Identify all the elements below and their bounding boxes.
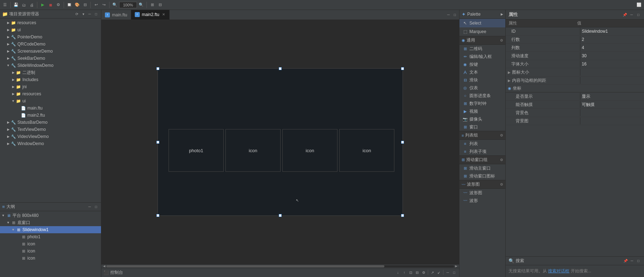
outline-item-slidewindow1[interactable]: ▼ ⊞ Slidewindow1 (0, 226, 101, 233)
tab-mainftu[interactable]: f main.ftu (101, 10, 131, 20)
palette-item-editbox[interactable]: ✏ 编辑/输入框 (459, 53, 505, 60)
console-paste-btn[interactable]: ⊟ (414, 270, 420, 276)
palette-item-button[interactable]: ◉ 按键 (459, 60, 505, 68)
palette-item-listchild[interactable]: ≡ 列表子项 (459, 148, 505, 155)
prop-value-visible[interactable]: 显示 (580, 93, 644, 100)
console-copy-btn[interactable]: ⊡ (408, 270, 414, 276)
tree-item-screensaverdemo[interactable]: ▶ 🔧 ScreensaverDemo (0, 48, 101, 55)
prop-maximize-btn[interactable]: □ (635, 12, 641, 17)
tree-item-jni[interactable]: ▶ 📁 jni (0, 83, 101, 90)
tree-item-ui2[interactable]: ▼ 📁 ui (0, 97, 101, 105)
palette-section-slidewindow[interactable]: ⊞ 滑动窗口组 ⚙ (459, 155, 505, 164)
toolbar-save[interactable]: 💾 (12, 1, 20, 9)
toolbar-maximize[interactable]: ⬜ (635, 1, 643, 9)
palette-item-text[interactable]: A 文本 (459, 68, 505, 76)
outline-item-icon2[interactable]: ⊞ icon (0, 247, 101, 255)
search-pin-btn[interactable]: 📌 (623, 258, 628, 264)
handle-tl[interactable] (156, 67, 159, 70)
prop-row-bg-color[interactable]: 背景色 (506, 109, 644, 117)
toolbar-save-all[interactable]: 🗂 (20, 1, 27, 9)
tree-item-textviewdemo[interactable]: ▶ 🔧 TextViewDemo (0, 126, 101, 133)
toolbar-debug[interactable]: ⚙ (55, 1, 62, 9)
prop-row-font-size[interactable]: 字体大小 16 (506, 60, 644, 68)
tree-item-binary[interactable]: ▶ 📁 二进制 (0, 69, 101, 76)
console-import-btn[interactable]: ↙ (436, 270, 442, 276)
tree-item-seekbardemo[interactable]: ▶ 🔧 SeekBarDemo (0, 55, 101, 62)
toolbar-print[interactable]: 🖨 (28, 1, 35, 9)
tree-item-mainftu[interactable]: 📄 main.ftu (0, 105, 101, 112)
palette-expand-arrow[interactable]: ▶ (501, 12, 503, 16)
canvas-area[interactable]: photo1 icon icon icon ↖ (101, 20, 459, 264)
palette-item-2dcode[interactable]: ⊞ 二维码 (459, 45, 505, 53)
outline-item-icon1[interactable]: ⊞ icon (0, 240, 101, 247)
toolbar-redo[interactable]: ↪ (100, 1, 107, 9)
design-canvas[interactable]: photo1 icon icon icon ↖ (158, 68, 403, 216)
prop-row-rows[interactable]: 行数 2 (506, 36, 644, 44)
palette-item-custom[interactable]: ⊞ 窗口 (459, 123, 505, 131)
hscroll-track[interactable] (106, 265, 454, 267)
palette-item-camera[interactable]: 📷 摄像头 (459, 115, 505, 123)
prop-minimize-btn[interactable]: ─ (629, 12, 634, 17)
console-more-btn[interactable]: ⚙ (421, 270, 426, 276)
tree-item-qrcodedemo[interactable]: ▶ 🔧 QRCodeDemo (0, 41, 101, 48)
palette-item-slidewindow-image-label[interactable]: ⊞ 滑动窗口图标 (459, 172, 505, 180)
tab-maximize-btn[interactable]: □ (452, 12, 458, 18)
padding-expand[interactable]: ▶ (506, 79, 511, 82)
outline-maximize-btn[interactable]: □ (93, 204, 99, 210)
prop-value-font-size[interactable]: 16 (580, 60, 644, 68)
handle-tc[interactable] (279, 67, 282, 70)
palette-section-waveform[interactable]: 〰 波形图 ⚙ (459, 180, 505, 189)
palette-item-waveform[interactable]: 〰 波形图 (459, 189, 505, 197)
sw-item-icon3[interactable]: icon (339, 129, 394, 172)
handle-br[interactable] (401, 214, 404, 217)
palette-tool-marquee[interactable]: ⬚ Marquee (459, 27, 505, 36)
tree-item-pointerdemo[interactable]: ▶ 🔧 PointerDemo (0, 33, 101, 41)
console-maximize-btn[interactable]: □ (451, 270, 457, 276)
tree-item-windowdemo[interactable]: ▶ 🔧 WindowDemo (0, 140, 101, 147)
prop-row-touchable[interactable]: 能否触摸 可触摸 (506, 101, 644, 109)
prop-value-padding[interactable] (580, 77, 644, 84)
tab-close-main2ftu[interactable]: ✕ (161, 12, 166, 16)
prop-section-coords[interactable]: ◉ 坐标 (506, 85, 644, 92)
console-minimize-btn[interactable]: ─ (445, 270, 451, 276)
outline-item-icon3[interactable]: ⊞ icon (0, 255, 101, 262)
toolbar-undo[interactable]: ↩ (92, 1, 100, 9)
palette-item-slidewindow-main[interactable]: ⊞ 滑动主窗口 (459, 164, 505, 172)
handle-bc[interactable] (279, 214, 282, 217)
prop-value-icon-size[interactable] (580, 69, 644, 76)
prop-row-padding[interactable]: ▶ 内容与边框的间距 (506, 76, 644, 85)
icon-size-expand[interactable]: ▶ (506, 70, 511, 74)
tree-item-ui[interactable]: ▶ 📁 ui (0, 26, 101, 33)
project-minimize-btn[interactable]: ─ (87, 11, 92, 17)
outline-minimize-btn[interactable]: ─ (87, 204, 92, 210)
prop-value-touchable[interactable]: 可触摸 (580, 101, 644, 108)
tree-item-includes[interactable]: ▶ 📁 Includes (0, 76, 101, 83)
prop-row-cols[interactable]: 列数 4 (506, 44, 644, 52)
palette-item-wave[interactable]: 〰 波形 (459, 197, 505, 204)
project-maximize-btn[interactable]: □ (93, 11, 99, 17)
toolbar-stop[interactable]: ⏹ (47, 1, 54, 9)
search-maximize-btn[interactable]: □ (635, 258, 641, 264)
tree-item-statusbardemo[interactable]: ▶ 🔧 StatusBarDemo (0, 119, 101, 126)
palette-item-gauge[interactable]: ◎ 仪表 (459, 84, 505, 92)
toolbar-btn-0[interactable]: ☰ (1, 1, 9, 9)
toolbar-align[interactable]: ⊟ (81, 1, 89, 9)
console-export-btn[interactable]: ↗ (430, 270, 435, 276)
console-up-btn[interactable]: ↑ (401, 270, 407, 276)
tree-item-resources2[interactable]: ▶ 📁 resources (0, 90, 101, 97)
project-sync-btn[interactable]: ⟳ (74, 11, 80, 17)
handle-tr[interactable] (401, 67, 404, 70)
handle-ml[interactable] (156, 141, 159, 144)
prop-value-rows[interactable]: 2 (580, 36, 644, 43)
outline-item-basewindow[interactable]: ▼ ⊞ 底窗口 (0, 219, 101, 226)
handle-mr[interactable] (401, 141, 404, 144)
toolbar-color[interactable]: 🎨 (74, 1, 81, 9)
palette-item-slider[interactable]: ⊟ 滑块 (459, 76, 505, 84)
sw-item-photo1[interactable]: photo1 (169, 129, 224, 172)
palette-item-circular-progress[interactable]: ○ 圆形进度条 (459, 92, 505, 100)
tab-main2ftu[interactable]: f main2.ftu ✕ (131, 10, 170, 20)
outline-item-platform[interactable]: ▼ 🖥 平台 800x480 (0, 212, 101, 219)
toolbar-shape[interactable]: 🔲 (66, 1, 73, 9)
handle-bl[interactable] (156, 214, 159, 217)
prop-value-bg-color[interactable] (580, 109, 644, 116)
